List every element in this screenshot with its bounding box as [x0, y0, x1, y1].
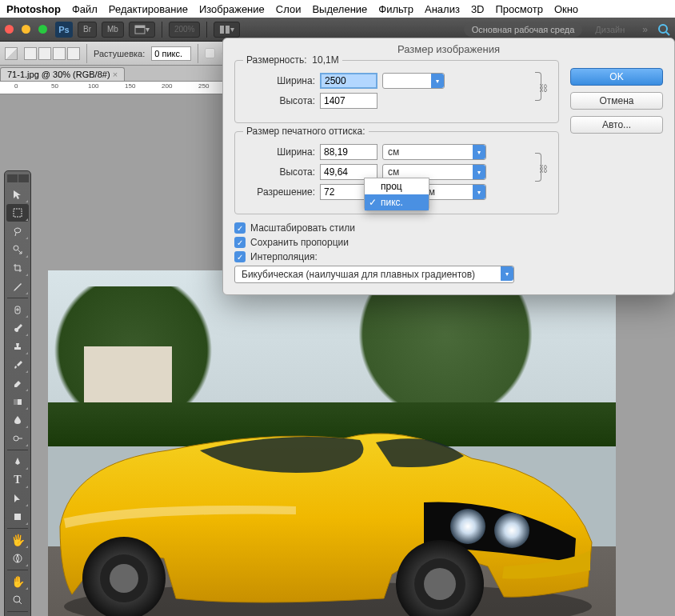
quick-select-tool[interactable]: [6, 241, 29, 258]
doc-width-unit-select[interactable]: см▾: [382, 144, 486, 160]
history-brush-tool[interactable]: [6, 356, 29, 374]
close-tab-icon[interactable]: ×: [113, 70, 118, 79]
window-zoom-icon[interactable]: [38, 25, 47, 34]
arrange-button[interactable]: ▾: [214, 22, 240, 38]
3d-camera-tool[interactable]: [6, 550, 29, 567]
tool-preset-icon[interactable]: [5, 47, 18, 60]
subtract-selection-icon[interactable]: [53, 47, 66, 60]
healing-tool[interactable]: [6, 301, 29, 318]
unit-option-pixels[interactable]: пикс.: [365, 194, 429, 210]
zoom-level[interactable]: 200%: [169, 22, 201, 38]
menu-filter[interactable]: Фильтр: [378, 3, 413, 15]
move-tool[interactable]: [6, 186, 29, 203]
new-selection-icon[interactable]: [24, 47, 37, 60]
screen-mode-button[interactable]: ▾: [129, 22, 155, 38]
px-height-input[interactable]: [320, 93, 377, 109]
scale-styles-checkbox[interactable]: ✓: [234, 222, 246, 234]
window-minimize-icon[interactable]: [22, 25, 30, 34]
menu-layers[interactable]: Слои: [276, 3, 302, 15]
constrain-checkbox[interactable]: ✓: [234, 237, 246, 248]
brush-tool[interactable]: [6, 319, 29, 337]
doc-constrain-chain-icon: ⛓: [528, 153, 549, 191]
svg-point-22: [14, 436, 18, 441]
menu-file[interactable]: Файл: [72, 3, 98, 15]
cancel-button[interactable]: Отмена: [570, 92, 663, 110]
feather-input[interactable]: [151, 46, 191, 61]
svg-point-16: [14, 246, 18, 250]
search-icon[interactable]: [657, 23, 670, 36]
menu-analysis[interactable]: Анализ: [425, 3, 460, 15]
resample-checkbox[interactable]: ✓: [234, 251, 246, 262]
svg-point-26: [14, 596, 20, 602]
path-select-tool[interactable]: [6, 490, 29, 507]
ok-button[interactable]: OK: [570, 68, 663, 86]
type-tool[interactable]: T: [6, 471, 29, 489]
marquee-tool[interactable]: [6, 204, 29, 222]
image-size-dialog: Размер изображения Размерность: 10,1M Ши…: [222, 38, 675, 295]
svg-line-27: [19, 602, 22, 604]
ruler-tick: 100: [88, 82, 98, 90]
dodge-tool[interactable]: [6, 430, 29, 447]
document-canvas[interactable]: [48, 270, 616, 616]
antialias-checkbox: [205, 48, 215, 58]
px-height-label: Высота:: [245, 95, 315, 106]
unit-dropdown: проц пикс.: [364, 178, 429, 211]
svg-line-5: [666, 32, 669, 35]
menu-image[interactable]: Изображение: [199, 3, 265, 15]
menu-view[interactable]: Просмотр: [496, 3, 543, 15]
toolbox: T 🖐 ✋: [4, 170, 31, 616]
auto-button[interactable]: Авто...: [570, 116, 663, 134]
constrain-chain-icon: ⛓: [528, 72, 549, 110]
svg-point-8: [494, 513, 529, 548]
hand-tool[interactable]: ✋: [6, 573, 29, 590]
svg-rect-2: [220, 26, 224, 34]
scale-styles-label: Масштабировать стили: [250, 222, 355, 234]
menu-3d[interactable]: 3D: [471, 3, 485, 15]
ruler-tick: 50: [51, 82, 58, 90]
menu-window[interactable]: Окно: [554, 3, 578, 15]
minibridge-button[interactable]: Mb: [102, 22, 124, 38]
menu-select[interactable]: Выделение: [312, 3, 367, 15]
unit-option-percent[interactable]: проц: [365, 178, 429, 194]
toolbox-collapse-icon-2[interactable]: [18, 174, 29, 182]
feather-label: Растушевка:: [94, 49, 145, 58]
gradient-tool[interactable]: [6, 393, 29, 410]
pen-tool[interactable]: [6, 453, 29, 470]
car-illustration: [56, 406, 600, 616]
shape-tool[interactable]: [6, 508, 29, 526]
svg-point-11: [110, 564, 138, 593]
intersect-selection-icon[interactable]: [67, 47, 80, 60]
resolution-label: Разрешение:: [245, 186, 315, 198]
svg-rect-1: [135, 26, 145, 28]
bridge-button[interactable]: Br: [78, 22, 97, 38]
doc-width-input[interactable]: [320, 144, 377, 160]
ruler-tick: 200: [162, 82, 172, 90]
blur-tool[interactable]: [6, 411, 29, 429]
svg-rect-24: [14, 514, 21, 520]
workspace-design[interactable]: Дизайн: [587, 22, 633, 37]
svg-rect-3: [226, 26, 230, 34]
svg-rect-21: [14, 399, 18, 405]
document-tab[interactable]: 71-1.jpg @ 30% (RGB/8#) ×: [0, 67, 125, 81]
interpolation-select[interactable]: Бикубическая (наилучшая для плавных град…: [234, 266, 514, 283]
lasso-tool[interactable]: [6, 222, 29, 240]
workspace-selector[interactable]: Основная рабочая среда: [464, 22, 583, 37]
menu-edit[interactable]: Редактирование: [109, 3, 188, 15]
crop-tool[interactable]: [6, 259, 29, 277]
3d-tool[interactable]: 🖐: [6, 531, 29, 549]
px-width-input[interactable]: [320, 73, 377, 89]
constrain-label: Сохранить пропорции: [250, 237, 349, 248]
doc-width-label: Ширина:: [245, 146, 315, 158]
zoom-tool[interactable]: [6, 591, 29, 609]
px-width-unit-select[interactable]: пикс.▾: [382, 73, 445, 89]
add-selection-icon[interactable]: [38, 47, 51, 60]
svg-rect-15: [14, 209, 22, 217]
window-close-icon[interactable]: [5, 25, 14, 34]
menubar: Photoshop Файл Редактирование Изображени…: [0, 0, 675, 18]
toolbox-collapse-icon[interactable]: [7, 174, 18, 182]
eraser-tool[interactable]: [6, 374, 29, 392]
stamp-tool[interactable]: [6, 338, 29, 355]
more-workspaces-icon[interactable]: »: [642, 24, 648, 35]
svg-point-7: [450, 509, 485, 544]
eyedropper-tool[interactable]: [6, 278, 29, 295]
